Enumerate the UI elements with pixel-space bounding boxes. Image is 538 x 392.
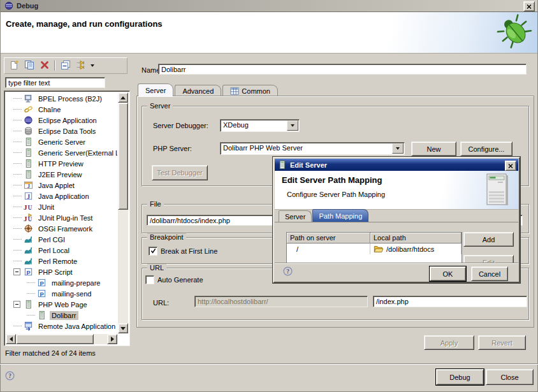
name-input[interactable]	[158, 64, 527, 75]
dialog-heading: Edit Server Path Mapping	[282, 175, 382, 185]
server-debugger-combo[interactable]: XDebug	[220, 119, 300, 132]
scroll-down-button[interactable]	[118, 323, 128, 333]
tree-item[interactable]: Perl Remote	[6, 256, 117, 266]
scroll-up-button[interactable]	[118, 92, 128, 103]
debug-configurations-window: Debug Create, manage, and run configurat…	[0, 0, 538, 392]
close-x-icon	[508, 162, 513, 170]
tab-common[interactable]: Common	[222, 85, 278, 96]
tree-item[interactable]: OSGi Framework	[6, 223, 117, 234]
duplicate-button[interactable]	[24, 61, 34, 71]
tree-item[interactable]: Pmailing-prepare	[6, 277, 117, 288]
php-script-icon: P	[36, 278, 47, 287]
tab-path-mapping[interactable]: Path Mapping	[312, 209, 368, 222]
tree-vertical-scrollbar[interactable]	[118, 92, 128, 333]
tree-item[interactable]: Eclipse Data Tools	[6, 126, 117, 136]
dialog-close-button[interactable]	[505, 161, 516, 171]
tree-connector	[13, 326, 22, 327]
dropdown-arrow-icon[interactable]	[392, 143, 404, 154]
tree-connector	[13, 142, 22, 143]
delete-button[interactable]	[39, 61, 50, 71]
collapse-all-button[interactable]	[60, 61, 71, 71]
tree-item-label: J2EE Preview	[36, 170, 84, 179]
php-server-combo[interactable]: Dolibarr PHP Web Server	[220, 142, 405, 155]
tree-item[interactable]: Pmailing-send	[6, 288, 117, 299]
tree-item[interactable]: Remote Java Application	[6, 321, 117, 331]
tree-item[interactable]: PPHP Script	[6, 266, 117, 277]
tree-item[interactable]: Chaîne	[6, 104, 117, 115]
server-icon	[23, 137, 33, 147]
server-icon	[23, 300, 33, 309]
dialog-titlebar: Edit Server	[275, 159, 518, 171]
tree-connector	[13, 152, 22, 154]
tree-item[interactable]: HTTP Preview	[6, 158, 117, 169]
tree-connector	[13, 239, 22, 240]
auto-generate-label: Auto Generate	[157, 276, 203, 284]
horizontal-scroll-thumb[interactable]	[16, 334, 94, 344]
new-configuration-button[interactable]	[8, 61, 19, 71]
cancel-button[interactable]: Cancel	[471, 266, 508, 281]
toolbar-menu-arrow-icon[interactable]	[91, 64, 94, 67]
tree-expander-minus[interactable]	[13, 268, 20, 275]
dropdown-arrow-icon[interactable]	[287, 120, 298, 131]
junit-plugin-icon: JU	[23, 213, 33, 222]
scroll-right-button[interactable]	[107, 334, 117, 344]
tree-horizontal-scrollbar[interactable]	[6, 334, 117, 344]
tree-item[interactable]: Generic Server(External La	[6, 147, 117, 158]
ok-button[interactable]: OK	[430, 266, 466, 281]
dialog-header: Edit Server Path Mapping Configure Serve…	[275, 171, 518, 210]
tree-item[interactable]: Generic Server	[6, 136, 117, 147]
tree-item[interactable]: Eclipse Application	[6, 115, 117, 126]
svg-text:?: ?	[286, 268, 289, 275]
new-server-button[interactable]: New	[411, 142, 456, 156]
debug-button[interactable]: Debug	[436, 369, 484, 385]
tree-connector	[13, 131, 22, 132]
column-header[interactable]: Local path	[370, 233, 462, 243]
filter-icon	[76, 60, 86, 71]
tree-item[interactable]: BPEL Process (B2J)	[6, 93, 117, 104]
apply-button: Apply	[424, 335, 474, 350]
edit-server-dialog: Edit Server Edit Server Path Mapping Con…	[273, 157, 520, 283]
tab-advanced[interactable]: Advanced	[175, 85, 221, 96]
tree-item[interactable]: J2EE Preview	[6, 169, 117, 180]
perl-icon	[23, 235, 33, 244]
base-url-input	[194, 296, 368, 307]
tree-item[interactable]: Perl CGI	[6, 234, 117, 245]
column-header[interactable]: Path on server	[287, 233, 370, 243]
close-x-icon	[527, 3, 532, 10]
close-button[interactable]: Close	[486, 369, 534, 385]
tree-connector	[13, 207, 22, 208]
help-icon[interactable]: ?	[283, 266, 293, 277]
tree-item[interactable]: Perl Local	[6, 245, 117, 256]
auto-generate-checkbox[interactable]	[145, 275, 154, 284]
add-button[interactable]: Add	[463, 232, 514, 247]
tab-server[interactable]: Server	[138, 83, 173, 96]
tree-item[interactable]: Dolibarr	[6, 310, 117, 321]
help-icon[interactable]: ?	[5, 371, 15, 382]
table-row[interactable]: //dolibarr/htdocs	[287, 243, 462, 254]
tree-toolbar	[4, 57, 127, 74]
break-first-line-checkbox[interactable]	[149, 247, 157, 256]
scroll-left-button[interactable]	[6, 334, 16, 344]
tree-connector	[13, 185, 22, 186]
filter-button[interactable]	[75, 61, 86, 71]
svg-text:P: P	[40, 291, 43, 298]
url-file-input[interactable]	[373, 296, 527, 307]
configure-button[interactable]: Configure...	[460, 142, 513, 156]
tab-server[interactable]: Server	[279, 210, 312, 222]
filter-input[interactable]	[5, 77, 105, 88]
tree-item-label: Eclipse Application	[36, 116, 99, 125]
configurations-tree-panel: BPEL Process (B2J)ChaîneEclipse Applicat…	[4, 91, 130, 346]
svg-text:J: J	[24, 203, 27, 211]
tree-item[interactable]: JUJUnit	[6, 201, 117, 212]
tree-expander-minus[interactable]	[13, 301, 20, 308]
tree-item[interactable]: PHP Web Page	[6, 299, 117, 310]
tree-item[interactable]: JJava Applet	[6, 180, 117, 191]
eclipse-icon	[23, 115, 33, 125]
test-debugger-button: Test Debugger	[152, 165, 208, 180]
window-close-button[interactable]	[523, 1, 535, 11]
tree-item[interactable]: JJava Application	[6, 191, 117, 201]
tree-item-label: Perl Local	[36, 246, 71, 255]
tree-item[interactable]: JUJUnit Plug-in Test	[6, 212, 117, 223]
vertical-scroll-thumb[interactable]	[118, 103, 128, 210]
svg-text:?: ?	[8, 373, 11, 379]
